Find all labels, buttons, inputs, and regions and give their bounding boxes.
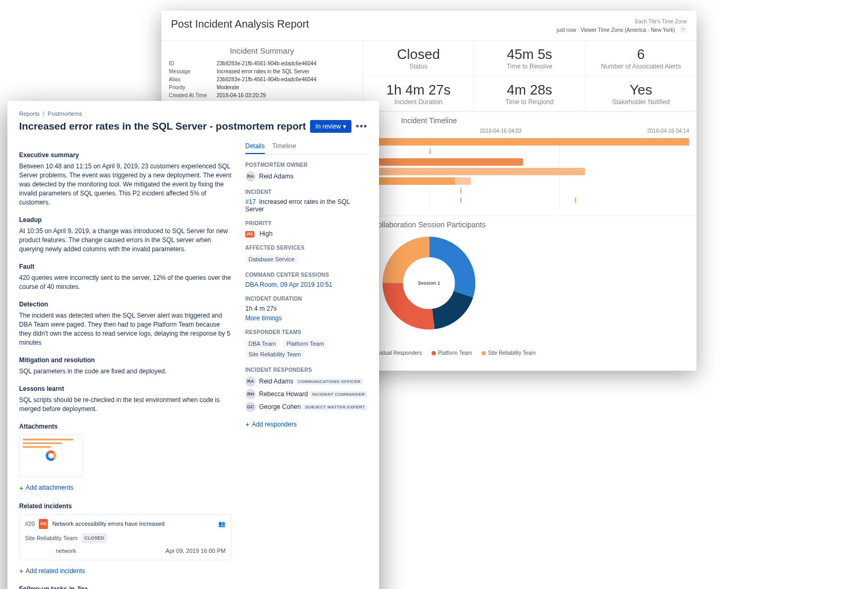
timeline-tick: 2018-04-16 04:03 xyxy=(479,128,521,134)
ccs-heading: COMMAND CENTER SESSIONS xyxy=(245,272,367,278)
plus-icon: + xyxy=(19,568,23,574)
jira-heading: Follow-up tasks in Jira xyxy=(19,585,231,589)
related-heading: Related incidents xyxy=(19,502,231,511)
donut-center-label: Session 1 xyxy=(408,262,450,304)
attachments-heading: Attachments xyxy=(19,422,231,431)
tz-prefix: just now · xyxy=(557,27,581,33)
priority-badge-icon: P2 xyxy=(39,519,48,529)
avatar: RA xyxy=(245,376,256,387)
plus-icon: + xyxy=(245,421,250,428)
exec-body: Between 10:48 and 11:15 on April 9, 2019… xyxy=(19,162,231,207)
gear-icon[interactable] xyxy=(680,25,687,35)
status-chip: CLOSED xyxy=(82,533,107,543)
status-button[interactable]: In review ▾ xyxy=(310,120,351,133)
crumb-reports[interactable]: Reports xyxy=(19,110,40,117)
lessons-body: SQL scripts should be re-checked in the … xyxy=(19,396,231,414)
related-title: Network accessibility errors have increa… xyxy=(52,519,165,528)
tab-details[interactable]: Details xyxy=(245,142,265,154)
fault-body: 420 queries were incorrectly sent to the… xyxy=(19,274,231,292)
team-chip[interactable]: DBA Team xyxy=(245,339,279,348)
kpi-status: ClosedStatus xyxy=(363,41,474,76)
add-responders-link[interactable]: + Add responders xyxy=(245,421,297,428)
duration-heading: INCIDENT DURATION xyxy=(245,296,367,302)
detection-body: The incident was detected when the SQL S… xyxy=(19,311,231,347)
responders-heading: INCIDENT RESPONDERS xyxy=(245,367,367,373)
page-title: Increased error rates in the SQL Server … xyxy=(19,121,306,132)
responder-row: RA Reid Adams COMMUNICATIONS OFFICER xyxy=(245,376,367,387)
avatar: GC xyxy=(245,402,256,412)
sidebar-tabs: Details Timeline xyxy=(245,142,367,155)
kpi-alerts: 6Number of Associated Alerts xyxy=(586,41,697,76)
duration-value: 1h 4 m 27s xyxy=(245,305,367,312)
services-heading: AFFECTED SERVICES xyxy=(245,245,367,251)
kpi-duration: 1h 4m 27sIncident Duration xyxy=(363,76,474,112)
role-chip: COMMUNICATIONS OFFICER xyxy=(296,379,363,385)
add-attachments-link[interactable]: + Add attachments xyxy=(19,483,73,492)
team-chip[interactable]: Platform Team xyxy=(283,339,327,348)
plus-icon: + xyxy=(19,485,23,491)
kpi-stakeholder: YesStakeholder Notified xyxy=(586,76,697,112)
report-body: Executive summary Between 10:48 and 11:1… xyxy=(19,142,231,589)
related-id: #20 xyxy=(25,519,35,528)
responder-row: RH Rebecca Howard INCIDENT COMMANDER xyxy=(245,389,367,399)
breadcrumb: Reports / Postmortems xyxy=(19,110,367,117)
detection-heading: Detection xyxy=(19,300,231,309)
postmortem-panel: Reports / Postmortems Increased error ra… xyxy=(7,101,379,589)
priority-badge-icon: P2 xyxy=(245,231,254,237)
related-team: Site Reliability Team xyxy=(25,534,78,543)
summary-heading: Incident Summary xyxy=(169,46,355,55)
more-menu-icon[interactable]: ••• xyxy=(356,124,367,129)
report-title: Post Incident Analysis Report xyxy=(171,18,309,30)
fault-heading: Fault xyxy=(19,262,231,271)
attachment-thumbnail[interactable] xyxy=(19,434,83,477)
avatar: RH xyxy=(245,389,256,399)
role-chip: INCIDENT COMMANDER xyxy=(310,391,367,397)
teams-heading: RESPONDER TEAMS xyxy=(245,329,367,335)
exec-heading: Executive summary xyxy=(19,151,231,160)
team-icon: 👥 xyxy=(218,519,226,528)
details-sidebar: Details Timeline POSTMORTEM OWNER RA Rei… xyxy=(245,142,367,589)
related-incident-card[interactable]: #20 P2 Network accessibility errors have… xyxy=(19,514,231,560)
more-timings-link[interactable]: More timings xyxy=(245,314,367,322)
add-related-link[interactable]: + Add related incidents xyxy=(19,567,85,576)
lessons-heading: Lessons learnt xyxy=(19,385,231,394)
tz-value: Viewer Time Zone (America - New York) xyxy=(581,27,675,33)
tz-label: Each Tile's Time Zone xyxy=(557,18,687,25)
leadup-heading: Leadup xyxy=(19,216,231,225)
timezone-info: Each Tile's Time Zone just now · Viewer … xyxy=(557,18,687,35)
svg-point-0 xyxy=(682,28,684,30)
owner-name: Reid Adams xyxy=(259,173,294,180)
related-tag: network xyxy=(56,547,76,556)
related-time: Apr 09, 2019 16:00 PM xyxy=(166,547,226,556)
owner-heading: POSTMORTEM OWNER xyxy=(245,162,367,168)
avatar: RA xyxy=(245,171,256,182)
ccs-link[interactable]: DBA Room, 09 Apr 2019 10:51 xyxy=(245,281,367,288)
incident-link[interactable]: #17Increased error rates in the SQL Serv… xyxy=(245,198,367,213)
responder-row: GC George Cohen SUBJECT MATTER EXPERT xyxy=(245,402,367,412)
donut-chart: Session 1 xyxy=(381,235,477,331)
tab-timeline[interactable]: Timeline xyxy=(272,142,296,154)
leadup-body: At 10:35 on April 9, 2019, a change was … xyxy=(19,227,231,254)
mitigation-heading: Mitigation and resolution xyxy=(19,356,231,365)
role-chip: SUBJECT MATTER EXPERT xyxy=(303,404,367,410)
mitigation-body: SQL parameters in the code are fixed and… xyxy=(19,367,231,376)
kpi-respond: 4m 28sTime to Respond xyxy=(474,76,585,112)
timeline-tick: 2018-04-16 04:14 xyxy=(647,128,689,134)
priority-label: High xyxy=(260,230,273,237)
crumb-postmortems[interactable]: Postmortems xyxy=(48,110,82,117)
service-chip[interactable]: Database Service xyxy=(245,255,298,263)
priority-heading: PRIORITY xyxy=(245,220,367,226)
incident-heading: INCIDENT xyxy=(245,189,367,195)
chevron-down-icon: ▾ xyxy=(343,123,346,130)
team-chip[interactable]: Site Reliability Team xyxy=(245,350,304,358)
kpi-resolve: 45m 5sTime to Resolve xyxy=(474,41,585,76)
